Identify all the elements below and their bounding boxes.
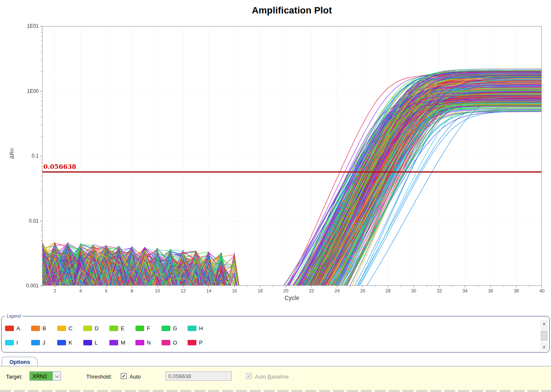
series-color-swatch — [135, 340, 144, 345]
legend-item-P: P — [188, 339, 214, 346]
check-icon: ✓ — [122, 374, 125, 379]
legend-item-M: M — [109, 339, 135, 346]
series-label: N — [147, 339, 151, 346]
series-label: I — [16, 339, 18, 346]
series-color-swatch — [188, 340, 196, 345]
auto-threshold-checkbox[interactable]: ✓ — [121, 373, 127, 379]
legend-item-E: E — [109, 325, 135, 331]
series-label: C — [69, 325, 72, 331]
series-label: D — [95, 325, 98, 331]
scroll-up-icon: ▲ — [543, 322, 546, 326]
chevron-down-icon — [55, 374, 59, 378]
amplification-plot-canvas[interactable] — [0, 0, 551, 311]
auto-threshold-label: Auto — [130, 374, 141, 380]
tab-options[interactable]: Options — [2, 357, 38, 366]
series-label: G — [173, 325, 177, 331]
dropdown-arrow-button[interactable] — [53, 372, 61, 380]
tab-options-label: Options — [9, 359, 30, 365]
legend-item-N: N — [135, 339, 162, 346]
series-color-swatch — [57, 326, 66, 331]
series-color-swatch — [83, 340, 92, 345]
legend-item-L: L — [83, 339, 109, 346]
series-color-swatch — [109, 326, 118, 331]
series-label: L — [95, 339, 98, 346]
series-label: F — [147, 325, 150, 331]
legend-item-B: B — [31, 325, 57, 331]
series-color-swatch — [5, 340, 14, 345]
y-axis-label: ΔRn — [9, 145, 15, 162]
series-label: M — [121, 339, 125, 346]
amplification-plot-view: Amplification Plot ΔRn Cycle Legend ABCD… — [0, 0, 551, 392]
series-color-swatch — [5, 326, 14, 331]
legend-row: IJKLMNOP — [5, 335, 537, 350]
legend-item-C: C — [57, 325, 83, 331]
series-color-swatch — [162, 340, 170, 345]
series-color-swatch — [109, 340, 118, 345]
options-panel: Target: XRN2 Threshold: ✓ Auto ✓ Auto Ba… — [0, 366, 551, 392]
check-icon: ✓ — [247, 374, 251, 379]
legend-panel: Legend ABCDEFGHIJKLMNOP ▲ ▼ — [1, 314, 550, 353]
series-label: E — [121, 325, 125, 331]
legend-item-F: F — [135, 325, 162, 331]
legend-row: ABCDEFGH — [5, 321, 537, 335]
scroll-down-button[interactable]: ▼ — [540, 344, 548, 350]
series-color-swatch — [31, 326, 40, 331]
legend-item-D: D — [83, 325, 109, 331]
series-label: O — [173, 339, 177, 346]
series-color-swatch — [135, 326, 144, 331]
legend-item-O: O — [162, 339, 188, 346]
series-color-swatch — [31, 340, 40, 345]
legend-item-A: A — [5, 325, 31, 331]
series-label: B — [42, 325, 46, 331]
legend-panel-title: Legend — [5, 314, 22, 318]
auto-baseline-checkbox[interactable]: ✓ — [246, 373, 252, 379]
cutoff-widget-strip — [0, 390, 551, 392]
scroll-down-icon: ▼ — [543, 345, 546, 349]
legend-item-J: J — [31, 339, 57, 346]
series-label: K — [69, 339, 72, 346]
legend-item-H: H — [188, 325, 214, 331]
target-label: Target: — [6, 374, 23, 380]
threshold-value-input[interactable] — [165, 371, 232, 381]
legend-scrollbar[interactable]: ▲ ▼ — [540, 320, 548, 350]
legend-item-G: G — [162, 325, 188, 331]
threshold-label: Threshold: — [86, 374, 112, 380]
legend-items: ABCDEFGHIJKLMNOP — [5, 321, 537, 350]
series-color-swatch — [188, 326, 196, 331]
legend-item-I: I — [5, 339, 31, 346]
legend-item-K: K — [57, 339, 83, 346]
series-label: J — [42, 339, 45, 346]
series-color-swatch — [162, 326, 170, 331]
scroll-up-button[interactable]: ▲ — [540, 320, 548, 327]
x-axis-label: Cycle — [42, 295, 542, 301]
target-dropdown-value: XRN2 — [30, 372, 53, 380]
series-label: A — [16, 325, 20, 331]
auto-baseline-label: Auto Baseline — [255, 374, 289, 380]
target-dropdown[interactable]: XRN2 — [29, 371, 61, 381]
series-color-swatch — [57, 340, 66, 345]
series-label: P — [199, 339, 203, 346]
series-label: H — [199, 325, 203, 331]
scrollbar-thumb[interactable] — [541, 331, 547, 340]
series-color-swatch — [83, 326, 92, 331]
